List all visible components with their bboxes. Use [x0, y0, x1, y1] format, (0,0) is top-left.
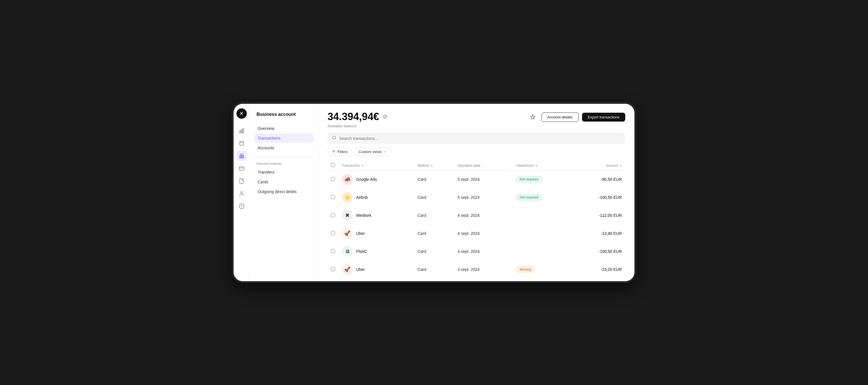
transaction-name: Google Ads — [356, 177, 377, 182]
attachment-badge: Not required — [517, 176, 541, 182]
filter-row: Filters Custom views — [328, 147, 625, 156]
nav-item-transactions[interactable]: Transactions — [254, 134, 313, 143]
attachment-badge: Not required — [517, 194, 541, 201]
account-details-button[interactable]: Account details — [541, 112, 579, 122]
transaction-method: Card — [414, 260, 454, 279]
transaction-method: Card — [414, 224, 454, 243]
date-sort-icon[interactable]: ↓ — [482, 164, 483, 167]
svg-point-6 — [333, 136, 336, 139]
attachment-dash: - — [517, 213, 518, 218]
col-transaction: Transaction ⇅ — [338, 161, 414, 171]
transaction-amount: -112,00 EUR — [571, 207, 625, 224]
transaction-attachment: Missing — [513, 260, 571, 279]
balance-label: Available balance — [328, 124, 388, 128]
col-amount: Amount ⇅ — [571, 161, 625, 171]
svg-rect-3 — [239, 167, 244, 170]
custom-views-button[interactable]: Custom views — [354, 147, 391, 156]
nav-item-overview[interactable]: Overview — [254, 124, 313, 133]
logo-button[interactable]: ✕ — [237, 108, 247, 119]
transaction-method: Card — [414, 171, 454, 188]
nav-icon-invoices[interactable] — [237, 176, 247, 186]
transaction-amount: -100,50 EUR — [571, 243, 625, 260]
transaction-date: 4 sept. 2024 — [454, 224, 513, 243]
transaction-date: 4 sept. 2024 — [454, 243, 513, 260]
amount-sort-icon[interactable]: ⇅ — [620, 164, 622, 167]
transaction-method: Card — [414, 188, 454, 207]
payment-methods-label: Payment methods — [254, 162, 313, 165]
transaction-method: Card — [414, 243, 454, 260]
attachment-badge: Missing — [517, 266, 534, 273]
transaction-name: WeWork — [356, 213, 371, 218]
svg-rect-0 — [239, 131, 240, 133]
hide-balance-icon[interactable]: ⊘ — [382, 113, 388, 120]
account-header-title: Business account — [254, 110, 313, 119]
table-row: 📣 Google Ads Card 5 sept. 2024 Not requi… — [328, 171, 625, 188]
transaction-name: FNAC — [356, 249, 367, 254]
search-bar — [328, 133, 625, 144]
select-all-checkbox[interactable] — [331, 163, 335, 167]
transaction-attachment: - — [513, 224, 571, 243]
nav-icon-bank[interactable] — [237, 151, 247, 161]
col-operation-date: Operation date ↓ — [454, 161, 513, 171]
table-row: ⭐ Airbnb Card 5 sept. 2024 Not required … — [328, 188, 625, 207]
nav-item-direct-debits[interactable]: Outgoing direct debits — [254, 187, 313, 196]
attachment-sort-icon[interactable]: ⇅ — [535, 164, 538, 167]
transaction-icon: 🚀 — [342, 264, 353, 275]
transaction-date: 4 sept. 2024 — [454, 207, 513, 224]
nav-icon-cards[interactable] — [237, 163, 247, 174]
nav-icon-contacts[interactable] — [237, 188, 247, 199]
header-actions: Account details Export transactions — [528, 111, 625, 122]
nav-icon-money[interactable] — [237, 201, 247, 211]
row-checkbox-1[interactable] — [331, 195, 335, 199]
nav-item-cards[interactable]: Cards — [254, 177, 313, 186]
transaction-amount: -80,50 EUR — [571, 171, 625, 188]
nav-icon-inbox[interactable] — [237, 138, 247, 148]
export-transactions-button[interactable]: Export transactions — [582, 113, 625, 121]
row-checkbox-2[interactable] — [331, 213, 335, 217]
transaction-icon: 📣 — [342, 174, 353, 185]
transaction-date: 5 sept. 2024 — [454, 188, 513, 207]
svg-rect-2 — [243, 129, 244, 133]
nav-item-accounts[interactable]: Accounts — [254, 143, 313, 152]
transaction-name: Airbnb — [356, 195, 368, 200]
transaction-date: 3 sept. 2024 — [454, 260, 513, 279]
transaction-amount: -13,40 EUR — [571, 224, 625, 243]
transaction-icon: ⭐ — [342, 192, 353, 203]
balance-section: 34.394,94€ ⊘ Available balance — [328, 111, 388, 128]
filters-button[interactable]: Filters — [328, 147, 352, 156]
attachment-dash: - — [517, 249, 518, 254]
transaction-amount: -23,20 EUR — [571, 260, 625, 279]
transaction-attachment: Not required — [513, 171, 571, 188]
transaction-method: Card — [414, 207, 454, 224]
transaction-amount: -100,50 EUR — [571, 188, 625, 207]
ai-assist-button[interactable] — [528, 112, 538, 122]
row-checkbox-5[interactable] — [331, 267, 335, 271]
transaction-icon: 🚀 — [342, 228, 353, 239]
transaction-name: Uber — [356, 231, 365, 236]
row-checkbox-3[interactable] — [331, 231, 335, 235]
transaction-attachment: - — [513, 207, 571, 224]
transaction-icon: ✖ — [342, 210, 353, 221]
svg-point-4 — [241, 191, 243, 194]
main-content: 34.394,94€ ⊘ Available balance Account d… — [318, 104, 634, 281]
table-row: 🚀 Uber Card 3 sept. 2024 Missing -23,20 … — [328, 260, 625, 279]
transactions-table-section: Transaction ⇅ Method ⇅ Operation date ↓ — [318, 161, 634, 281]
transaction-sort-icon[interactable]: ⇅ — [361, 164, 364, 167]
transaction-icon: 🖥 — [342, 246, 353, 257]
transactions-table: Transaction ⇅ Method ⇅ Operation date ↓ — [328, 161, 625, 279]
row-checkbox-0[interactable] — [331, 177, 335, 181]
search-input[interactable] — [339, 136, 621, 141]
col-method: Method ⇅ — [414, 161, 454, 171]
transaction-attachment: - — [513, 243, 571, 260]
logo-icon: ✕ — [239, 110, 244, 117]
row-checkbox-4[interactable] — [331, 249, 335, 253]
left-nav-panel: Business account Overview Transactions A… — [250, 104, 318, 281]
transaction-date: 5 sept. 2024 — [454, 171, 513, 188]
transaction-name: Uber — [356, 267, 365, 272]
nav-item-transfers[interactable]: Transfers — [254, 168, 313, 177]
search-filter-section: Filters Custom views — [318, 128, 634, 156]
method-sort-icon[interactable]: ⇅ — [431, 164, 433, 167]
svg-rect-1 — [241, 130, 242, 133]
nav-icon-analytics[interactable] — [237, 126, 247, 136]
main-header: 34.394,94€ ⊘ Available balance Account d… — [318, 104, 634, 128]
